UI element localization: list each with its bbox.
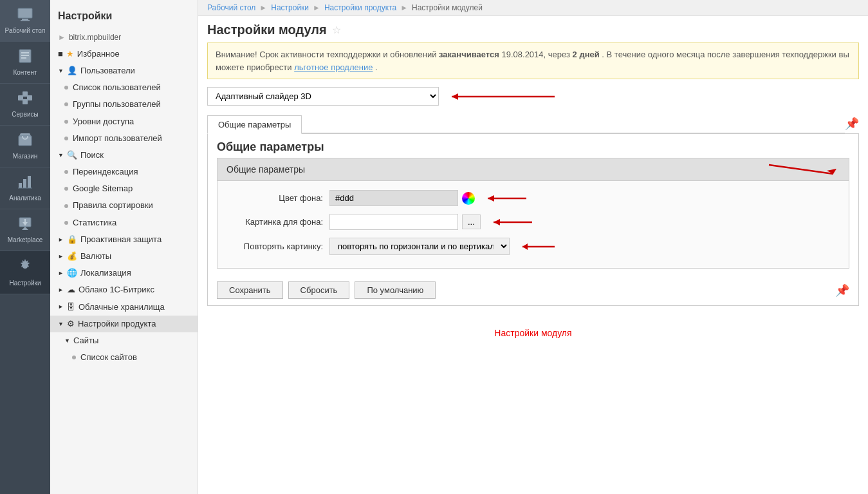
field-label-bg-color: Цвет фона: — [226, 193, 329, 203]
page-title: Настройки модуля — [207, 23, 327, 37]
pin-icon-bottom[interactable]: 📌 — [835, 283, 849, 298]
page-header: Настройки модуля ☆ — [198, 16, 868, 43]
svg-rect-6 — [21, 57, 26, 59]
nav-item-locale[interactable]: ► 🌐 Локализация — [50, 265, 198, 281]
svg-rect-10 — [23, 99, 28, 104]
warning-bold: заканчивается — [439, 50, 499, 59]
warning-prefix: Внимание! Срок активности техподдержки и… — [216, 50, 436, 59]
sidebar-item-shop[interactable]: Магазин — [0, 126, 50, 167]
sidebar-item-services[interactable]: Сервисы — [0, 84, 50, 126]
sidebar-item-content[interactable]: Контент — [0, 42, 50, 84]
svg-marker-26 — [488, 195, 494, 202]
section-title: Общие параметры — [217, 140, 324, 154]
svg-rect-7 — [18, 95, 23, 100]
color-picker-icon[interactable] — [462, 192, 475, 205]
sidebar-item-desktop-label: Рабочий стол — [5, 27, 46, 35]
favorite-star-icon[interactable]: ☆ — [332, 24, 341, 36]
field-input-repeat: повторять по горизонтали и по вертикали … — [329, 238, 561, 255]
nav-item-sitemap[interactable]: Google Sitemap — [50, 180, 198, 197]
sidebar-item-analytics[interactable]: Аналитика — [0, 167, 50, 209]
sidebar-item-marketplace[interactable]: Marketplace — [0, 209, 50, 251]
svg-rect-13 — [23, 179, 26, 188]
nav-item-users-import[interactable]: Импорт пользователей — [50, 130, 198, 147]
warning-banner: Внимание! Срок активности техподдержки и… — [207, 43, 859, 79]
nav-item-users-access[interactable]: Уровни доступа — [50, 113, 198, 130]
breadcrumb-desktop[interactable]: Рабочий стол — [207, 3, 255, 12]
bg-color-input[interactable] — [329, 190, 458, 206]
nav-item-stats[interactable]: Статистика — [50, 214, 198, 231]
bullet-icon — [64, 204, 68, 208]
svg-rect-9 — [27, 95, 32, 100]
nav-item-reindex[interactable]: Переиндексация — [50, 164, 198, 180]
field-input-bg-image: ... — [329, 214, 539, 230]
breadcrumb-product-settings[interactable]: Настройки продукта — [324, 3, 396, 12]
bottom-link[interactable]: Настройки модуля — [198, 315, 868, 351]
field-row-repeat: Повторять картинку: повторять по горизон… — [226, 238, 840, 255]
reset-button[interactable]: Сбросить — [288, 281, 350, 299]
bullet-icon — [64, 120, 68, 124]
svg-marker-28 — [494, 219, 500, 225]
module-select[interactable]: Адаптивный слайдер 3D — [207, 87, 439, 106]
analytics-icon — [17, 174, 33, 192]
bottom-link-anchor[interactable]: Настройки модуля — [494, 328, 571, 338]
shop-icon — [17, 132, 33, 150]
nav-item-users-list[interactable]: Список пользователей — [50, 79, 198, 96]
sidebar-item-content-label: Контент — [13, 69, 37, 77]
marketplace-icon — [17, 216, 33, 234]
bullet-icon — [64, 170, 68, 174]
arrows-group — [762, 164, 840, 175]
services-icon — [17, 90, 33, 108]
sidebar-item-settings[interactable]: Настройки — [0, 251, 50, 294]
nav-item-cloud[interactable]: ► ☁ Облако 1С-Битрикс — [50, 281, 198, 298]
bullet-icon — [64, 187, 68, 191]
svg-rect-0 — [18, 8, 32, 18]
bullet-icon — [64, 102, 68, 106]
nav-item-sort-rules[interactable]: Правила сортировки — [50, 197, 198, 214]
svg-rect-2 — [21, 20, 30, 21]
bg-image-input[interactable] — [329, 214, 458, 230]
bullet-icon — [64, 86, 68, 90]
buttons-section: Сохранить Сбросить По умолчанию 📌 — [208, 278, 858, 305]
arrow-browse — [487, 216, 539, 229]
settings-box: Общие параметры Общие параметры — [207, 133, 859, 306]
svg-marker-22 — [452, 93, 458, 100]
svg-rect-1 — [22, 19, 28, 20]
sidebar-item-marketplace-label: Marketplace — [8, 236, 42, 244]
nav-title: Настройки — [50, 5, 198, 30]
repeat-select[interactable]: повторять по горизонтали и по вертикали … — [329, 238, 510, 255]
sidebar: Рабочий стол Контент Сервисы — [0, 0, 50, 494]
breadcrumb-current: Настройки модулей — [412, 3, 483, 12]
nav-item-search[interactable]: ▼ 🔍 Поиск — [50, 147, 198, 164]
sidebar-item-desktop[interactable]: Рабочий стол — [0, 0, 50, 42]
svg-marker-30 — [522, 243, 528, 250]
sidebar-item-services-label: Сервисы — [12, 111, 38, 119]
pin-icon[interactable]: 📌 — [845, 117, 859, 133]
arrow-indicator — [445, 89, 561, 104]
nav-item-favorites[interactable]: ■ ★ Избранное — [50, 46, 198, 62]
main-content: Рабочий стол ► Настройки ► Настройки про… — [198, 0, 868, 494]
warning-link[interactable]: льготное продление — [294, 62, 373, 72]
nav-item-sites[interactable]: ▼ Сайты — [50, 332, 198, 349]
nav-item-bitrix-mpbuilder[interactable]: ► bitrix.mpbuilder — [50, 30, 198, 46]
browse-button[interactable]: ... — [462, 214, 481, 229]
nav-tree: Настройки ► bitrix.mpbuilder ■ ★ Избранн… — [50, 0, 198, 494]
svg-rect-4 — [21, 52, 29, 53]
nav-item-users-groups[interactable]: Группы пользователей — [50, 96, 198, 113]
default-button[interactable]: По умолчанию — [355, 281, 436, 299]
svg-rect-8 — [23, 91, 28, 97]
arrow-repeat — [516, 240, 561, 253]
arrow-color — [481, 192, 533, 205]
nav-item-sites-list[interactable]: Список сайтов — [50, 349, 198, 366]
nav-item-cloud-storage[interactable]: ► 🗄 Облачные хранилища — [50, 299, 198, 316]
svg-marker-17 — [22, 227, 28, 230]
nav-item-users[interactable]: ▼ 👤 Пользователи — [50, 62, 198, 79]
nav-item-currency[interactable]: ► 💰 Валюты — [50, 248, 198, 265]
save-button[interactable]: Сохранить — [217, 281, 283, 299]
desktop-icon — [17, 6, 33, 24]
nav-item-proactive[interactable]: ► 🔒 Проактивная защита — [50, 231, 198, 248]
tab-general-params[interactable]: Общие параметры — [207, 115, 302, 134]
breadcrumb-settings[interactable]: Настройки — [271, 3, 309, 12]
bullet-icon — [64, 137, 68, 140]
nav-item-product-settings[interactable]: ▼ ⚙ Настройки продукта — [50, 316, 198, 332]
breadcrumb: Рабочий стол ► Настройки ► Настройки про… — [198, 0, 868, 16]
